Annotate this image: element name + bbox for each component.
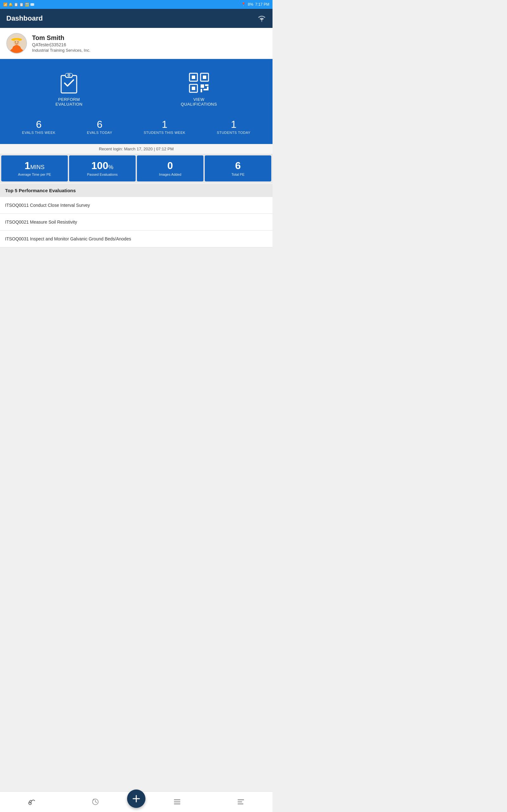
- user-company: Industrial Training Services, Inc.: [32, 48, 90, 53]
- user-info: Tom Smith QATester|335216 Industrial Tra…: [32, 34, 90, 53]
- dashboard-panel: PERFORMEVALUATION: [0, 59, 273, 144]
- top5-header: Top 5 Performance Evaluations: [0, 184, 273, 197]
- stats-row: 6 EVALS THIS WEEK 6 EVALS TODAY 1 STUDEN…: [6, 119, 266, 135]
- avatar-image: [7, 33, 26, 54]
- view-qualifications-label: VIEWQUALIFICATIONS: [181, 97, 217, 107]
- battery-text: 8%: [248, 2, 253, 7]
- view-qualifications-button[interactable]: VIEWQUALIFICATIONS: [181, 72, 217, 107]
- svg-rect-15: [192, 87, 195, 90]
- images-added-label: Images Added: [140, 172, 200, 176]
- perform-evaluation-label: PERFORMEVALUATION: [55, 97, 82, 107]
- svg-point-4: [15, 42, 16, 43]
- stat-evals-week: 6 EVALS THIS WEEK: [22, 119, 56, 135]
- svg-point-5: [17, 42, 18, 43]
- students-today-label: STUDENTS TODAY: [217, 131, 250, 135]
- metric-passed-evals: 100% Passed Evaluations: [69, 155, 135, 182]
- evals-today-value: 6: [87, 119, 112, 130]
- time-text: 7:17 PM: [255, 2, 269, 7]
- metric-images-added: 0 Images Added: [137, 155, 204, 182]
- list-item[interactable]: ITSOQ0031 Inspect and Monitor Galvanic G…: [0, 231, 273, 247]
- stat-students-week: 1 STUDENTS THIS WEEK: [144, 119, 185, 135]
- clipboard-check-icon: [58, 72, 80, 94]
- avg-time-value: 1MINS: [4, 160, 65, 171]
- svg-rect-16: [201, 84, 204, 88]
- user-profile: Tom Smith QATester|335216 Industrial Tra…: [0, 28, 273, 59]
- metric-avg-time: 1MINS Average Time per PE: [1, 155, 68, 182]
- metric-total-pe: 6 Total PE: [205, 155, 271, 182]
- total-pe-label: Total PE: [208, 172, 268, 176]
- students-today-value: 1: [217, 119, 250, 130]
- passed-evals-value: 100%: [72, 160, 132, 171]
- recent-login: Recent login: March 17, 2020 | 07:12 PM: [0, 144, 273, 154]
- students-week-value: 1: [144, 119, 185, 130]
- list-item[interactable]: ITSOQ0011 Conduct Close Interval Survey: [0, 197, 273, 214]
- svg-rect-18: [201, 89, 202, 92]
- action-buttons-row: PERFORMEVALUATION: [6, 72, 266, 107]
- evals-week-label: EVALS THIS WEEK: [22, 131, 56, 135]
- total-pe-value: 6: [208, 160, 268, 171]
- students-week-label: STUDENTS THIS WEEK: [144, 131, 185, 135]
- user-role: QATester|335216: [32, 42, 90, 47]
- svg-rect-17: [205, 84, 209, 86]
- user-name: Tom Smith: [32, 34, 90, 42]
- metric-cards-row: 1MINS Average Time per PE 100% Passed Ev…: [0, 154, 273, 183]
- location-icon: 📍: [241, 2, 246, 7]
- avg-time-label: Average Time per PE: [4, 172, 65, 176]
- evals-today-label: EVALS TODAY: [87, 131, 112, 135]
- evals-week-value: 6: [22, 119, 56, 130]
- images-added-value: 0: [140, 160, 200, 171]
- status-bar: 📶 🔔 📋 📋 🖼️ ✉️ 📍 8% 7:17 PM: [0, 0, 273, 9]
- stat-students-today: 1 STUDENTS TODAY: [217, 119, 250, 135]
- passed-evals-label: Passed Evaluations: [72, 172, 132, 176]
- svg-rect-20: [207, 87, 209, 90]
- wifi-icon: [257, 15, 266, 22]
- svg-rect-13: [203, 75, 206, 79]
- stat-evals-today: 6 EVALS TODAY: [87, 119, 112, 135]
- top5-section: Top 5 Performance Evaluations ITSOQ0011 …: [0, 184, 273, 247]
- perform-evaluation-button[interactable]: PERFORMEVALUATION: [55, 72, 82, 107]
- svg-rect-11: [192, 75, 195, 79]
- status-bar-right: 📍 8% 7:17 PM: [241, 2, 269, 7]
- list-item[interactable]: ITSOQ0021 Measure Soil Resistivity: [0, 214, 273, 231]
- page-title: Dashboard: [6, 14, 43, 22]
- qr-code-icon: [188, 72, 210, 94]
- svg-point-3: [14, 40, 20, 46]
- avatar: [6, 33, 27, 54]
- status-bar-left: 📶 🔔 📋 📋 🖼️ ✉️: [3, 3, 35, 7]
- header: Dashboard: [0, 9, 273, 28]
